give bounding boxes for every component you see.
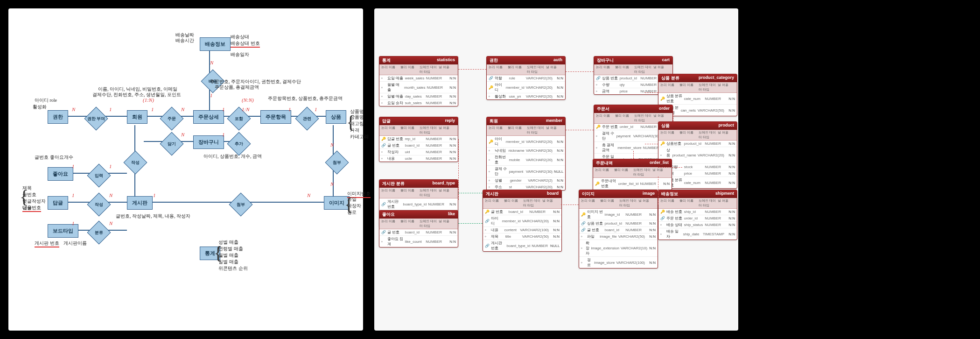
column-icon: ◦ [581, 261, 586, 265]
table-header: 상품product [658, 122, 737, 130]
table-statistics[interactable]: 통계statistics논리 이름물리 이름도메인 데이터 타입널 허용◦요일 … [379, 56, 458, 106]
table-header: 회원member [487, 117, 565, 125]
table-row: 🔑배송 번호ship_idNUMBERN:N [658, 209, 737, 215]
table-member[interactable]: 회원member논리 이름물리 이름도메인 데이터 타입널 허용🔑아이디memb… [486, 117, 566, 191]
key-icon: 🔑 [660, 97, 665, 101]
entity-delivery-info: 배송정보 [200, 37, 231, 51]
annotation: 아이디, 상품번호, 개수, 금액 [203, 153, 262, 160]
entity-role: 권한 [48, 110, 68, 124]
table-header: 이미지image [579, 190, 658, 198]
column-icon: ◦ [485, 228, 490, 232]
table-row: ◦경로image_storeVARCHAR2(100)N:N [579, 257, 658, 268]
table-row: 🔑글 번호board_idNUMBERN:N [483, 209, 561, 215]
cardinality: 1:N [242, 106, 250, 112]
table-header: 좋아요like [379, 211, 458, 219]
column-icon: ◦ [381, 85, 386, 90]
annotation: 글번호, 작성날짜, 제목, 내용, 작성자 [116, 213, 190, 219]
cardinality: 1 [109, 163, 112, 169]
key-icon: 🔑 [660, 210, 665, 214]
column-icon: ◦ [381, 101, 386, 105]
table-auth[interactable]: 권한auth논리 이름물리 이름도메인 데이터 타입널 허용🔗역할roleVAR… [486, 56, 566, 100]
cardinality: 1 [72, 220, 75, 226]
annotation: 배송상태 [231, 34, 249, 40]
rel-order: 주문 [160, 107, 184, 131]
table-row: ◦내용ucteNUMBERN:N [379, 155, 458, 162]
table-row: ◦확장자image_extensionVARCHAR2(10)N:N [579, 240, 658, 257]
cardinality: 1 [288, 106, 291, 112]
rel-input: 입력 [87, 164, 111, 188]
column-icon: ◦ [489, 94, 493, 99]
table-like[interactable]: 좋아요like논리 이름물리 이름도메인 데이터 타입널 허용🔗글 번호boar… [379, 210, 458, 247]
rel-write1: 작성 [124, 151, 147, 175]
table-row: 🔗주문 번호order_idNUMBERN:N [658, 215, 737, 222]
table-header: 주문내역order_list [593, 159, 672, 167]
cardinality: N [109, 220, 112, 226]
annotation: 아이디 role [35, 97, 57, 104]
table-row: 🔗게시판 번호board_type_idNUMBERN:N [379, 198, 458, 210]
link-icon: 🔗 [660, 216, 665, 220]
table-colheader: 논리 이름물리 이름도메인 데이터 타입널 허용 [658, 130, 737, 141]
rel-attach2: 첨부 [229, 193, 253, 217]
table-colheader: 논리 이름물리 이름도메인 데이터 타입널 허용 [593, 167, 672, 178]
annotation: 주문상품, 총결제금액 [215, 84, 259, 91]
table-colheader: 논리 이름물리 이름도메인 데이터 타입널 허용 [379, 64, 458, 75]
table-row: ◦활성화use_ynVARCHAR2(20)N:N [487, 93, 565, 99]
table-row: 🔑상품번호product_idNUMBERN:N [658, 141, 737, 147]
table-row: 🔑이미지 번호image_idNUMBERN:N [579, 209, 658, 220]
table-colheader: 논리 이름물리 이름도메인 데이터 타입널 허용 [483, 198, 561, 209]
cardinality: 1 [109, 106, 112, 112]
rel-add: 추가 [227, 132, 251, 156]
link-icon: 🔗 [596, 76, 601, 80]
table-row: ◦월별 매출month_salesNUMBERN:N [379, 82, 458, 93]
table-row: 🔑아이디member_idVARCHAR2(20)N:N [487, 82, 565, 93]
rel-put: 담기 [160, 132, 184, 156]
relationship-line [458, 193, 483, 193]
annotation: 주문항목번호, 상품번호, 총주문금액 [268, 95, 343, 102]
cardinality: N [181, 106, 184, 112]
table-row: ◦파일image_fileVARCHAR2(50)N:N [579, 233, 658, 240]
rel-classify: 분류 [87, 221, 111, 245]
column-icon: ◦ [381, 240, 386, 244]
table-row: ◦일별 매출day_salesNUMBERN:N [379, 93, 458, 100]
column-icon: ◦ [489, 185, 493, 189]
cardinality: 1 [151, 106, 154, 112]
column-icon: ◦ [660, 232, 665, 236]
column-icon: ◦ [660, 153, 665, 157]
table-row: 🔗글 번호board_idNUMBERN:N [379, 142, 458, 149]
table-row: 🔗역할roleVARCHAR2(20)N:N [487, 75, 565, 82]
cardinality: 1 [72, 192, 75, 198]
column-icon: ◦ [596, 134, 601, 138]
cardinality: 1 [222, 106, 225, 112]
table-row: ◦성별genderVARCHAR2(2)N:N [487, 177, 565, 184]
table-row: 🔗아이디member_idVARCHAR2(20)N:N [483, 215, 561, 227]
table-row: ◦전화번호mobileVARCHAR2(20)N:N [487, 154, 565, 166]
table-board[interactable]: 게시판board논리 이름물리 이름도메인 데이터 타입널 허용🔑글 번호boa… [483, 190, 562, 252]
annotation: 배송일자 [231, 51, 249, 58]
table-header: 상품 분류product_category [658, 74, 737, 82]
table-reply[interactable]: 답글reply논리 이름물리 이름도메인 데이터 타입널 허용🔑답글 번호rep… [379, 117, 458, 162]
column-icon: ◦ [381, 156, 386, 161]
relationship-line [561, 205, 579, 205]
link-icon: 🔗 [581, 221, 586, 226]
relationship-line [658, 167, 682, 168]
cardinality: N [210, 60, 213, 65]
table-header: 배송정보shipment [658, 190, 737, 198]
table-shipment[interactable]: 배송정보shipment논리 이름물리 이름도메인 데이터 타입널 허용🔑배송 … [658, 190, 737, 240]
cardinality: 1 [315, 106, 317, 112]
table-row: ◦좋아요 집계like_countNUMBERN:N [379, 236, 458, 247]
annotation: 게시판 번호 [35, 240, 59, 247]
relationship-line [645, 92, 658, 93]
schema-canvas: 통계statistics논리 이름물리 이름도메인 데이터 타입널 허용◦요일 … [374, 8, 738, 331]
column-icon: ◦ [596, 146, 601, 150]
link-icon: 🔗 [485, 219, 490, 223]
cardinality: 1 [222, 132, 225, 137]
relationship-line [673, 111, 673, 121]
table-image[interactable]: 이미지image논리 이름물리 이름도메인 데이터 타입널 허용🔑이미지 번호i… [579, 190, 658, 268]
table-row: ◦닉네임nicknameVARCHAR2(30)N:N [487, 148, 565, 154]
table-row: ◦작성자uidNUMBERN:N [379, 149, 458, 155]
table-colheader: 논리 이름물리 이름도메인 데이터 타입널 허용 [379, 219, 458, 229]
annotation: 활성화 [33, 104, 47, 110]
table-row: ◦배송 상태ship_statusNUMBERN:N [658, 222, 737, 228]
column-icon: ◦ [581, 234, 586, 239]
cardinality: N [72, 106, 75, 112]
